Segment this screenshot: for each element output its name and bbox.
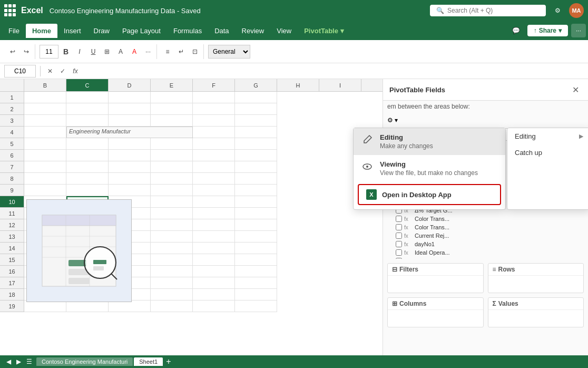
filters-body[interactable]: [388, 276, 483, 293]
confirm-formula-icon[interactable]: ✓: [57, 66, 68, 76]
row-num-1[interactable]: 1: [0, 92, 24, 103]
cell-g8[interactable]: [235, 173, 277, 185]
cell-reference-input[interactable]: [4, 65, 36, 78]
cell-c7[interactable]: [66, 161, 109, 173]
cell-b3[interactable]: [24, 115, 66, 127]
cell-e10[interactable]: [151, 196, 193, 208]
cell-g10[interactable]: [235, 196, 277, 208]
cell-f3[interactable]: [193, 115, 235, 127]
cell-f18[interactable]: [193, 289, 235, 301]
values-body[interactable]: [488, 310, 584, 327]
cell-d2[interactable]: [109, 103, 151, 115]
cell-c4-merged[interactable]: Engineering Manufactur: [66, 127, 193, 138]
cell-g9[interactable]: [235, 185, 277, 196]
row-num-12[interactable]: 12: [0, 219, 24, 231]
cell-c19[interactable]: [66, 301, 109, 312]
cell-g11[interactable]: [235, 208, 277, 219]
cell-f15[interactable]: [193, 254, 235, 266]
cell-e14[interactable]: [151, 243, 193, 254]
row-num-2[interactable]: 2: [0, 103, 24, 115]
cell-c3[interactable]: [66, 115, 109, 127]
cell-f16[interactable]: [193, 266, 235, 277]
side-catchup-item[interactable]: Catch up: [507, 144, 588, 161]
formula-input[interactable]: [83, 67, 584, 75]
align-button[interactable]: ≡: [161, 44, 174, 59]
tab-pivot-table[interactable]: PivotTable ▾: [298, 24, 350, 38]
cell-d7[interactable]: [109, 161, 151, 173]
search-bar[interactable]: 🔍: [430, 5, 546, 16]
tab-data[interactable]: Data: [208, 24, 235, 38]
row-num-19[interactable]: 19: [0, 301, 24, 312]
col-header-b[interactable]: B: [24, 79, 66, 91]
cell-d9[interactable]: [109, 185, 151, 196]
cell-c5[interactable]: [66, 138, 109, 150]
row-num-3[interactable]: 3: [0, 115, 24, 127]
cell-b7[interactable]: [24, 161, 66, 173]
col-header-g[interactable]: G: [235, 79, 277, 91]
cell-b5[interactable]: [24, 138, 66, 150]
cell-g18[interactable]: [235, 289, 277, 301]
cell-c1[interactable]: [66, 92, 109, 103]
row-num-11[interactable]: 11: [0, 208, 24, 219]
cell-g1[interactable]: [235, 92, 277, 103]
col-header-d[interactable]: D: [109, 79, 151, 91]
add-sheet-button[interactable]: +: [164, 357, 173, 366]
bold-button[interactable]: B: [60, 44, 72, 59]
cell-e8[interactable]: [151, 173, 193, 185]
field-checkbox[interactable]: [396, 224, 402, 230]
cell-e2[interactable]: [151, 103, 193, 115]
tab-formulas[interactable]: Formulas: [167, 24, 208, 38]
gear-settings-icon[interactable]: ⚙ ▾: [387, 117, 398, 124]
cell-f7[interactable]: [193, 161, 235, 173]
share-button[interactable]: ↑ Share ▾: [527, 25, 568, 36]
cell-g12[interactable]: [235, 219, 277, 231]
cell-f6[interactable]: [193, 150, 235, 161]
cell-f13[interactable]: [193, 231, 235, 243]
cell-f2[interactable]: [193, 103, 235, 115]
row-num-4[interactable]: 4: [0, 127, 24, 138]
cell-b6[interactable]: [24, 150, 66, 161]
cell-d5[interactable]: [109, 138, 151, 150]
open-desktop-button[interactable]: X Open in Desktop App: [358, 184, 501, 205]
viewing-mode-item[interactable]: Viewing View the file, but make no chang…: [354, 155, 505, 182]
cell-f8[interactable]: [193, 173, 235, 185]
more-font-button[interactable]: ···: [142, 44, 154, 59]
cell-b19[interactable]: [24, 301, 66, 312]
nav-next-button[interactable]: ▶: [14, 357, 23, 366]
col-header-h[interactable]: H: [277, 79, 319, 91]
field-checkbox[interactable]: [396, 233, 402, 239]
cell-g15[interactable]: [235, 254, 277, 266]
rows-body[interactable]: [488, 276, 584, 293]
col-header-c[interactable]: C: [66, 79, 109, 91]
undo-button[interactable]: ↩: [6, 44, 19, 59]
merge-button[interactable]: ⊡: [189, 44, 201, 59]
row-num-17[interactable]: 17: [0, 277, 24, 289]
cell-f17[interactable]: [193, 277, 235, 289]
cell-e17[interactable]: [151, 277, 193, 289]
settings-button[interactable]: ⚙: [550, 3, 565, 18]
cancel-formula-icon[interactable]: ✕: [45, 66, 55, 76]
borders-button[interactable]: ⊞: [101, 44, 113, 59]
tab-draw[interactable]: Draw: [87, 24, 116, 38]
font-size-input[interactable]: [40, 45, 58, 59]
cell-e18[interactable]: [151, 289, 193, 301]
more-options-button[interactable]: ···: [571, 24, 586, 37]
cell-e16[interactable]: [151, 266, 193, 277]
cell-g14[interactable]: [235, 243, 277, 254]
redo-button[interactable]: ↪: [20, 44, 33, 59]
tab-file[interactable]: File: [2, 24, 26, 38]
cell-g6[interactable]: [235, 150, 277, 161]
cell-c9[interactable]: [66, 185, 109, 196]
cell-b2[interactable]: [24, 103, 66, 115]
cell-e1[interactable]: [151, 92, 193, 103]
cell-c2[interactable]: [66, 103, 109, 115]
tab-home[interactable]: Home: [26, 24, 57, 38]
cell-g5[interactable]: [235, 138, 277, 150]
tab-page-layout[interactable]: Page Layout: [116, 24, 167, 38]
row-num-13[interactable]: 13: [0, 231, 24, 243]
tab-review[interactable]: Review: [236, 24, 271, 38]
row-num-8[interactable]: 8: [0, 173, 24, 185]
cell-e13[interactable]: [151, 231, 193, 243]
wrap-button[interactable]: ↵: [175, 44, 188, 59]
columns-body[interactable]: [388, 310, 483, 327]
